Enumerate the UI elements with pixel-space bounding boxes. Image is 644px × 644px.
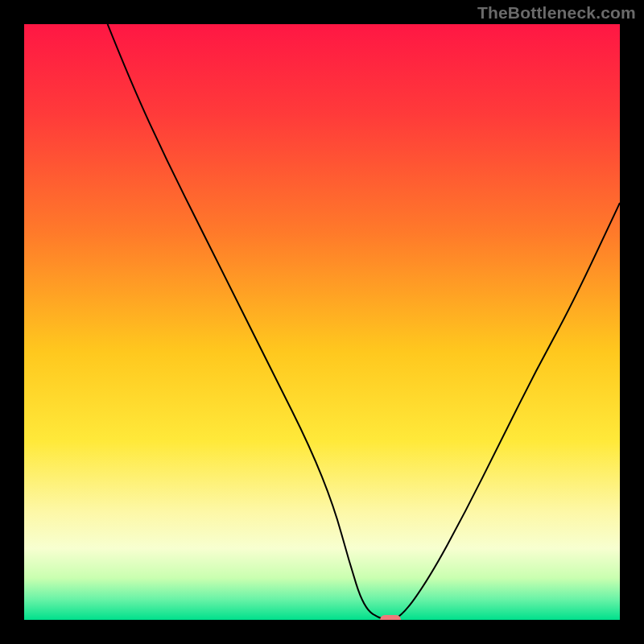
plot-area [24, 24, 620, 620]
watermark-text: TheBottleneck.com [477, 3, 636, 23]
chart-outer: TheBottleneck.com [0, 0, 644, 644]
chart-svg [24, 24, 620, 620]
optimum-marker [380, 615, 401, 620]
gradient-background [24, 24, 620, 620]
